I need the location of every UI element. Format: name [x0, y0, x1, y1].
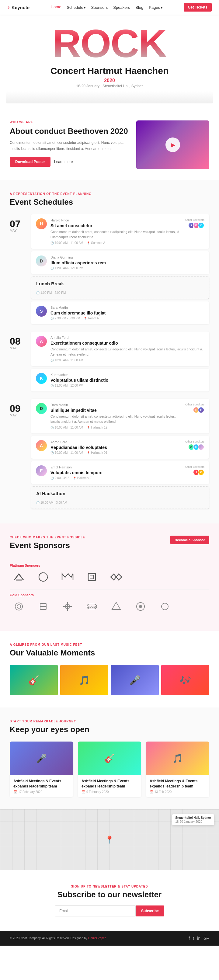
schedules-tag: A representation of the event planning: [10, 192, 209, 196]
schedule-item: H Harold Price Sit amet consectetur Cond…: [31, 214, 209, 249]
schedule-title: Cum doloremque illo fugiat: [51, 310, 205, 315]
schedule-items-2: A Amelia Ford Exercitationem consequatur…: [31, 331, 209, 394]
other-speakers-label: Other Speakers: [185, 465, 205, 468]
about-text: Who We Are About conduct Beethoven 2020 …: [10, 121, 129, 169]
moments-section: A Glimpse From Our Last Music Fest Our V…: [0, 631, 219, 708]
schedule-meta: 🕐 10:00 AM - 11:00 AM 📍 Summer A: [51, 241, 182, 245]
about-video[interactable]: ▶: [136, 121, 209, 169]
blog-post-date-3: 📅 13 Feb 2020: [150, 790, 206, 794]
schedule-content: Diana Gunning Illum officia asperiores r…: [51, 256, 205, 270]
schedule-content: Empl Harrison Voluptatis omnis tempore 🕐…: [51, 465, 182, 480]
nav-blog[interactable]: Blog: [135, 5, 143, 10]
date-day-1: 07: [10, 219, 31, 229]
newsletter-form: Subscribe: [55, 905, 164, 916]
meta-time: 🕐 2:00 - 4:15: [51, 476, 69, 480]
moment-crowd-icon: 🎤: [129, 675, 141, 686]
footer-googleplus-link[interactable]: G+: [203, 936, 209, 941]
schedule-item: E Empl Harrison Voluptatis omnis tempore…: [31, 461, 209, 484]
logo[interactable]: ♪ Keynote: [7, 5, 30, 10]
map-info: Steuerheitel Hall, Sydner 18-20 January …: [172, 814, 214, 825]
schedule-desc: Condimentum dolor sit amet, consectetur …: [51, 229, 182, 239]
platinum-sponsors: [10, 571, 209, 583]
schedule-meta: 🕐 10:00 AM - 11:00 AM: [51, 359, 205, 362]
schedule-title: Exercitationem consequatur odio: [51, 340, 205, 345]
speaker-avatar: H: [36, 218, 47, 229]
hero-big-text: ROCK: [6, 24, 213, 63]
sponsor-logo-11: [132, 600, 150, 612]
blog-tag: Start Your Remarkable Journey: [10, 720, 209, 723]
about-tag: Who We Are: [10, 121, 129, 124]
schedule-content: Aaron Ford Repudiandae illo voluptates 🕐…: [51, 440, 182, 454]
footer-twitter-link[interactable]: t: [193, 936, 194, 941]
moments-title: Our Valuable Moments: [10, 648, 209, 658]
date-day-2: 08: [10, 336, 31, 346]
schedule-desc: Condimentum dolor sit amet, consectetur …: [51, 414, 182, 424]
download-poster-button[interactable]: Download Poster: [10, 157, 51, 167]
footer-credit-link[interactable]: LiquidGroper: [88, 937, 106, 940]
nav-speakers[interactable]: Speakers: [113, 5, 130, 10]
nav-schedule[interactable]: Schedule: [67, 5, 86, 10]
schedule-day-1: 07 May H Harold Price Sit amet consectet…: [10, 214, 209, 327]
speaker-name: Diana Gunning: [51, 256, 205, 259]
svg-point-3: [15, 603, 22, 610]
sponsor-logo-5: [107, 571, 125, 583]
sponsors-title-block: Check Who Makes The Event Possible Event…: [10, 536, 85, 557]
sponsors-title: Event Sponsors: [10, 541, 85, 550]
nav-home[interactable]: Home: [51, 5, 62, 10]
moment-image-4: 🎶: [161, 665, 209, 695]
schedule-content: Dora Martin Similique impedit vitae Cond…: [51, 403, 182, 429]
sponsor-logo-6: [10, 600, 28, 612]
break-title: Al Hackathon: [36, 491, 65, 496]
schedule-meta: 🕐 10:00 AM - 11:00 AM 📍 Hallmark 01: [51, 451, 182, 454]
meta-room: 📍 Room A: [84, 317, 99, 320]
platinum-label: Platinum Sponsors: [10, 563, 209, 567]
blog-title: Keep your eyes open: [10, 725, 209, 734]
map-placeholder: 📍 Steuerheitel Hall, Sydner 18-20 Januar…: [0, 809, 219, 870]
break-time: 🕐 1:00 PM - 2:00 PM: [36, 291, 66, 294]
become-sponsor-button[interactable]: Become a Sponsor: [170, 536, 209, 544]
blog-post-date-1: 📅 17 February 2020: [13, 790, 69, 794]
about-buttons: Download Poster Learn more: [10, 157, 129, 167]
break-title: Lunch Break: [36, 281, 64, 286]
blog-card-3[interactable]: 🎵 Ashfield Meetings & Events expands lea…: [146, 741, 209, 797]
schedule-break-item: Lunch Break 🕐 1:00 PM - 2:00 PM: [31, 277, 209, 299]
hero-section: ROCK Concert Hartmut Haenchen 2020 18-20…: [0, 14, 219, 110]
schedule-items-1: H Harold Price Sit amet consectetur Cond…: [31, 214, 209, 327]
schedules-title: Event Schedules: [10, 197, 209, 207]
schedule-item: D Diana Gunning Illum officia asperiores…: [31, 251, 209, 274]
play-button[interactable]: ▶: [165, 137, 180, 152]
meta-time: 🕐 2:30 PM - 3:30 PM: [51, 317, 80, 320]
other-speakers-label: Other Speakers: [185, 403, 205, 406]
newsletter-subscribe-button[interactable]: Subscribe: [136, 905, 164, 916]
schedule-item: D Dora Martin Similique impedit vitae Co…: [31, 399, 209, 433]
schedule-meta: 🕐 2:00 - 4:15 📍 Hallmark 7: [51, 476, 182, 480]
blog-card-2[interactable]: 🎸 Ashfield Meetings & Events expands lea…: [78, 741, 141, 797]
sponsor-logo-3: [59, 571, 77, 583]
logo-text: Keynote: [11, 5, 30, 10]
other-speakers-avatars: J K: [193, 469, 205, 476]
newsletter-section: Sign Up To Newsletter & Stay Updated Sub…: [0, 870, 219, 931]
nav-pages[interactable]: Pages: [149, 5, 162, 10]
svg-rect-2: [90, 575, 94, 579]
blog-section: Start Your Remarkable Journey Keep your …: [0, 708, 219, 809]
footer: © 2020 Neat Company. All Rights Reserved…: [0, 931, 219, 946]
blog-card-1[interactable]: 🎤 Ashfield Meetings & Events expands lea…: [10, 741, 73, 797]
nav-sponsors[interactable]: Sponsors: [91, 5, 108, 10]
speaker-name: Dora Martin: [51, 403, 182, 407]
about-title: About conduct Beethoven 2020: [10, 126, 129, 137]
schedule-item: S Sara Martin Cum doloremque illo fugiat…: [31, 301, 209, 324]
blog-post-title-1: Ashfield Meetings & Events expands leade…: [13, 779, 69, 789]
logo-icon: ♪: [7, 5, 10, 10]
other-speakers-avatars: G H I: [188, 444, 205, 450]
newsletter-email-input[interactable]: [55, 905, 136, 916]
footer-linkedin-link[interactable]: in: [197, 936, 200, 941]
learn-more-link[interactable]: Learn more: [54, 160, 73, 164]
get-tickets-button[interactable]: Get Tickets: [184, 3, 212, 11]
footer-copyright: © 2020 Neat Company. All Rights Reserved…: [10, 937, 106, 940]
schedule-date-col-2: 08 May: [10, 331, 31, 394]
other-speakers-avatars: E F: [193, 407, 205, 414]
blog-grid: 🎤 Ashfield Meetings & Events expands lea…: [10, 741, 209, 797]
meta-time: 🕐 10:00 AM - 11:00 AM: [51, 359, 83, 362]
footer-facebook-link[interactable]: f: [189, 936, 190, 941]
blog-content-3: Ashfield Meetings & Events expands leade…: [146, 775, 209, 797]
